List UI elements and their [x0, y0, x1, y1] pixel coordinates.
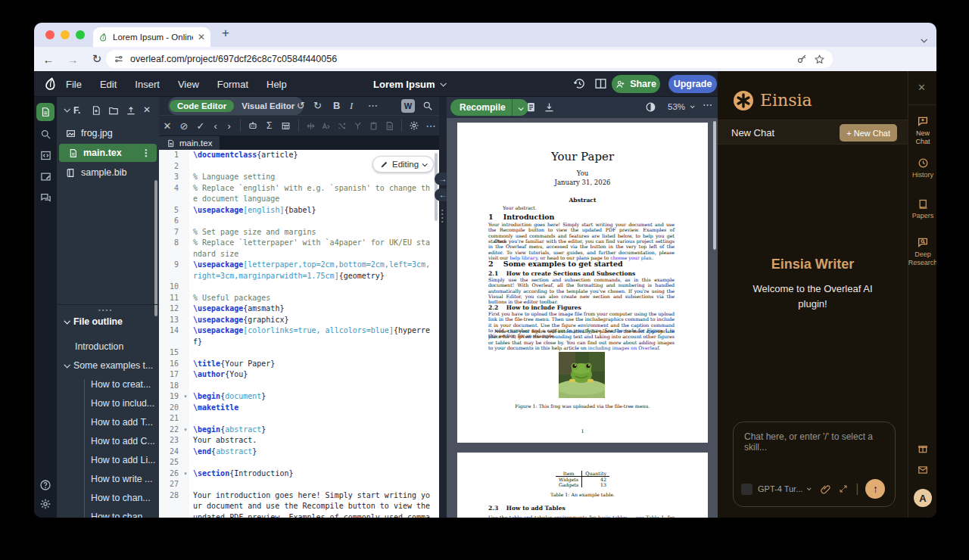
- code-line[interactable]: 11% Useful packages: [159, 293, 439, 304]
- rail-file-tree-button[interactable]: [36, 103, 55, 121]
- editor-search-icon[interactable]: [422, 101, 433, 111]
- code-line[interactable]: 20\maketitle: [159, 403, 439, 414]
- attach-paperclip-icon[interactable]: [821, 484, 830, 494]
- code-line[interactable]: 19▾\begin{document}: [159, 391, 439, 403]
- outline-item[interactable]: Introduction: [57, 338, 159, 355]
- ext-accept-icon[interactable]: ✓: [192, 121, 209, 131]
- toolbar-overflow-icon[interactable]: ⋯: [368, 101, 378, 110]
- new-tab-button[interactable]: +: [222, 26, 229, 41]
- menu-view[interactable]: View: [178, 79, 199, 90]
- password-key-icon[interactable]: [796, 54, 808, 65]
- code-editor[interactable]: 1\documentclass{article}2 3% Language se…: [159, 150, 439, 518]
- pdf-viewport[interactable]: Your Paper You January 31, 2026 Abstract…: [447, 118, 718, 518]
- code-line[interactable]: 6: [159, 216, 439, 227]
- file-row-main-selected[interactable]: main.tex ⋮: [59, 144, 157, 162]
- editor-mode-toggle[interactable]: Code Editor Visual Editor: [168, 97, 304, 115]
- outline-item[interactable]: Some examples t...: [57, 357, 159, 374]
- code-line[interactable]: 15: [159, 347, 439, 359]
- einsia-close-icon[interactable]: ✕: [918, 82, 926, 93]
- code-line[interactable]: 3% Language setting: [159, 172, 439, 183]
- rail-review-button[interactable]: [34, 171, 57, 182]
- open-file-tab[interactable]: main.tex: [159, 136, 220, 150]
- file-row-sample[interactable]: sample.bib: [57, 163, 159, 182]
- menu-help[interactable]: Help: [266, 79, 287, 90]
- menu-file[interactable]: File: [66, 79, 82, 90]
- ext-table-icon[interactable]: [278, 121, 294, 131]
- rail-history-button[interactable]: History: [908, 157, 936, 179]
- code-line[interactable]: 17\author{You}: [159, 369, 439, 381]
- menu-format[interactable]: Format: [217, 79, 248, 90]
- outline-item[interactable]: How to add T...: [57, 414, 159, 431]
- ext-overflow-icon[interactable]: ⋯: [422, 121, 439, 131]
- recompile-button[interactable]: Recompile: [450, 99, 528, 116]
- macos-minimize-button[interactable]: [61, 30, 70, 39]
- zoom-chevron-icon[interactable]: [690, 104, 695, 108]
- chat-input[interactable]: [734, 422, 895, 468]
- including-images-link[interactable]: including images on Overleaf: [588, 345, 659, 350]
- expand-chat-icon[interactable]: [839, 484, 848, 493]
- layout-icon[interactable]: [594, 77, 607, 90]
- file-menu-kebab-icon[interactable]: ⋮: [142, 148, 157, 158]
- rail-settings-button[interactable]: [34, 498, 57, 510]
- overleaf-logo-icon[interactable]: [43, 76, 58, 92]
- forward-icon[interactable]: →: [66, 53, 79, 66]
- file-tree-header-label[interactable]: F.: [73, 105, 80, 116]
- code-line[interactable]: 7% Set page size and margins: [159, 227, 439, 238]
- panel-divider[interactable]: → ← ••••: [439, 97, 447, 518]
- new-file-icon[interactable]: [91, 105, 101, 116]
- project-name-dropdown[interactable]: Lorem Ipsum: [373, 71, 445, 97]
- compile-log-icon[interactable]: [525, 101, 537, 113]
- redo-icon[interactable]: ↻: [313, 101, 322, 110]
- reload-icon[interactable]: ↻: [90, 52, 104, 66]
- rail-deep-research-button[interactable]: Deep Research: [908, 236, 936, 267]
- code-line[interactable]: 14\usepackage[colorlinks=true, allcolors…: [159, 325, 439, 347]
- pdf-zoom-level[interactable]: 53%: [668, 102, 685, 111]
- contrast-icon[interactable]: [645, 101, 656, 113]
- ext-branch-icon[interactable]: [350, 121, 366, 131]
- delete-file-icon[interactable]: ✕: [143, 104, 151, 115]
- file-row-frog[interactable]: frog.jpg: [57, 124, 159, 142]
- outline-item[interactable]: How to add Li...: [57, 452, 159, 468]
- code-line[interactable]: 10: [159, 282, 439, 293]
- code-editor-toggle[interactable]: Code Editor: [170, 100, 234, 112]
- ext-translate-icon[interactable]: [318, 121, 334, 131]
- ext-settings-gear-icon[interactable]: [406, 120, 422, 131]
- writefull-icon[interactable]: W: [401, 99, 415, 113]
- visual-editor-toggle[interactable]: Visual Editor: [234, 100, 302, 112]
- rail-integrations-button[interactable]: [34, 150, 57, 161]
- outline-item[interactable]: How to add C...: [57, 433, 159, 450]
- bookmark-star-icon[interactable]: [814, 54, 825, 65]
- code-line[interactable]: 5\usepackage[english]{babel}: [159, 205, 439, 216]
- ext-next-icon[interactable]: ›: [223, 121, 236, 131]
- rail-papers-button[interactable]: Papers: [908, 198, 936, 220]
- gift-icon[interactable]: [918, 443, 928, 454]
- rail-chat-button[interactable]: [34, 192, 57, 204]
- menu-edit[interactable]: Edit: [100, 79, 117, 90]
- code-line[interactable]: 26▾\section{Introduction}: [159, 468, 439, 480]
- outline-header[interactable]: File outline: [57, 313, 159, 330]
- macos-zoom-button[interactable]: [76, 30, 85, 39]
- code-line[interactable]: 25: [159, 457, 439, 468]
- ext-close-icon[interactable]: ✕: [159, 121, 176, 131]
- menu-insert[interactable]: Insert: [135, 79, 160, 90]
- outline-item[interactable]: How to write ...: [57, 471, 159, 487]
- divider-drag-dots[interactable]: ••••: [441, 208, 443, 223]
- editing-mode-pill[interactable]: Editing: [372, 156, 434, 173]
- ext-document-icon[interactable]: [382, 121, 397, 131]
- outline-resize-handle[interactable]: ••••: [98, 306, 113, 313]
- new-chat-button[interactable]: + New Chat: [840, 124, 897, 142]
- undo-icon[interactable]: ↺: [297, 101, 305, 110]
- model-selector[interactable]: GPT-4 Tur...: [758, 484, 802, 493]
- outline-item[interactable]: How to chan...: [57, 509, 159, 518]
- outline-item[interactable]: How to chan...: [57, 490, 159, 506]
- ext-shuffle-icon[interactable]: [334, 121, 350, 131]
- editor-scrollbar[interactable]: [435, 153, 438, 221]
- new-folder-icon[interactable]: [108, 105, 119, 116]
- code-line[interactable]: 21: [159, 413, 439, 425]
- ext-ai-robot-icon[interactable]: [245, 120, 261, 131]
- file-tree-scrollbar[interactable]: [154, 180, 157, 316]
- code-line[interactable]: 8% Replace `letterpaper' with `a4paper' …: [159, 238, 439, 260]
- ext-prev-icon[interactable]: ‹: [209, 121, 223, 131]
- rail-new-chat-button[interactable]: New Chat: [908, 115, 936, 146]
- chat-input-box[interactable]: GPT-4 Tur... | ↑: [733, 422, 896, 507]
